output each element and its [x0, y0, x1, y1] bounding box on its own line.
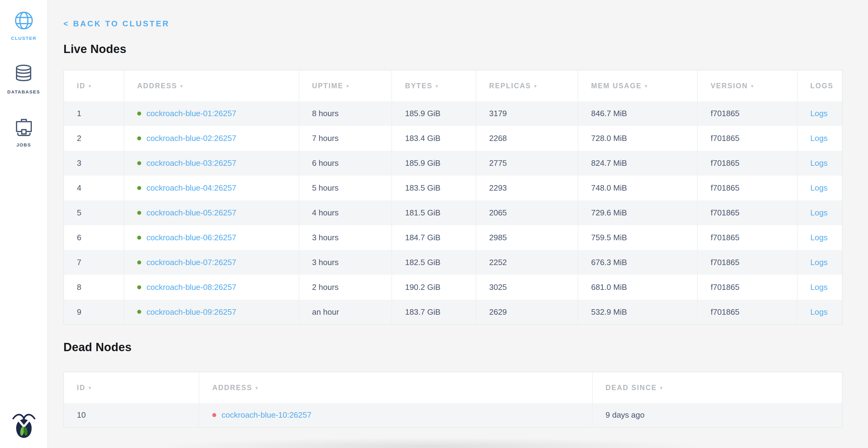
cell-address: cockroach-blue-05:26257 — [124, 201, 299, 225]
sidebar-item-label: DATABASES — [7, 89, 40, 94]
column-header-id[interactable]: ID▾ — [64, 372, 199, 403]
cell-mem-usage: 532.9 MiB — [578, 300, 698, 325]
cell-mem-usage: 846.7 MiB — [578, 101, 698, 126]
cell-id: 7 — [64, 250, 124, 275]
table-header-row: ID▾ADDRESS▾UPTIME▾BYTES▾REPLICAS▾MEM USA… — [64, 70, 842, 101]
cell-uptime: 3 hours — [299, 250, 392, 275]
cell-mem-usage: 728.0 MiB — [578, 126, 698, 151]
cell-uptime: 3 hours — [299, 225, 392, 250]
cell-version: f701865 — [698, 101, 797, 126]
column-label: ID — [77, 82, 86, 90]
cell-address: cockroach-blue-07:26257 — [124, 250, 299, 275]
cell-version: f701865 — [698, 176, 797, 201]
logs-link[interactable]: Logs — [810, 158, 828, 168]
cell-logs: Logs — [797, 176, 842, 201]
briefcase-icon — [14, 118, 33, 138]
cell-bytes: 184.7 GiB — [392, 225, 476, 250]
sidebar-item-cluster[interactable]: CLUSTER — [11, 11, 36, 41]
cell-mem-usage: 748.0 MiB — [578, 176, 698, 201]
sort-arrow-icon: ▾ — [180, 83, 183, 89]
column-header-address[interactable]: ADDRESS▾ — [124, 70, 299, 101]
node-address-link[interactable]: cockroach-blue-05:26257 — [146, 208, 236, 217]
column-header-replicas[interactable]: REPLICAS▾ — [476, 70, 578, 101]
node-address-link[interactable]: cockroach-blue-06:26257 — [146, 233, 236, 242]
logs-link[interactable]: Logs — [810, 258, 828, 267]
sort-arrow-icon: ▾ — [660, 385, 662, 390]
cell-id: 9 — [64, 300, 124, 325]
sidebar-item-label: CLUSTER — [11, 35, 36, 41]
column-header-logs: LOGS — [797, 70, 842, 101]
table-row: 6cockroach-blue-06:262573 hours184.7 GiB… — [64, 225, 842, 250]
cell-version: f701865 — [698, 250, 797, 275]
cell-replicas: 2985 — [476, 225, 578, 250]
node-address-link[interactable]: cockroach-blue-01:26257 — [146, 109, 236, 118]
node-address-link[interactable]: cockroach-blue-08:26257 — [146, 282, 236, 292]
cell-bytes: 183.4 GiB — [392, 126, 476, 151]
cell-address: cockroach-blue-06:26257 — [124, 225, 299, 250]
logs-link[interactable]: Logs — [810, 307, 828, 317]
cell-id: 1 — [64, 101, 124, 126]
node-status-dot — [137, 236, 141, 240]
column-header-uptime[interactable]: UPTIME▾ — [299, 70, 392, 101]
node-address-link[interactable]: cockroach-blue-03:26257 — [146, 158, 236, 168]
cell-bytes: 190.2 GiB — [392, 275, 476, 300]
table-row: 10cockroach-blue-10:262579 days ago — [64, 403, 842, 427]
cell-address: cockroach-blue-02:26257 — [124, 126, 299, 151]
node-address-link[interactable]: cockroach-blue-10:26257 — [221, 410, 311, 419]
cell-mem-usage: 681.0 MiB — [578, 275, 698, 300]
table-row: 2cockroach-blue-02:262577 hours183.4 GiB… — [64, 126, 842, 151]
cell-logs: Logs — [797, 250, 842, 275]
column-header-id[interactable]: ID▾ — [64, 70, 124, 101]
cell-id: 3 — [64, 151, 124, 176]
cell-version: f701865 — [698, 126, 797, 151]
cell-address: cockroach-blue-09:26257 — [124, 300, 299, 325]
dead-nodes-table: ID▾ADDRESS▾DEAD SINCE▾ 10cockroach-blue-… — [63, 372, 843, 428]
cell-bytes: 185.9 GiB — [392, 101, 476, 126]
table-row: 5cockroach-blue-05:262574 hours181.5 GiB… — [64, 201, 842, 225]
node-address-link[interactable]: cockroach-blue-09:26257 — [146, 307, 236, 317]
logs-link[interactable]: Logs — [810, 183, 828, 192]
cell-replicas: 2065 — [476, 201, 578, 225]
cell-bytes: 183.5 GiB — [392, 176, 476, 201]
cell-uptime: 6 hours — [299, 151, 392, 176]
node-address-link[interactable]: cockroach-blue-02:26257 — [146, 133, 236, 143]
cell-id: 8 — [64, 275, 124, 300]
column-header-bytes[interactable]: BYTES▾ — [392, 70, 476, 101]
cell-mem-usage: 729.6 MiB — [578, 201, 698, 225]
sort-arrow-icon: ▾ — [534, 83, 537, 89]
logs-link[interactable]: Logs — [810, 133, 828, 143]
main-content: < BACK TO CLUSTER Live Nodes ID▾ADDRESS▾… — [49, 0, 868, 448]
node-status-dot — [137, 285, 141, 289]
cell-uptime: 8 hours — [299, 101, 392, 126]
table-header-row: ID▾ADDRESS▾DEAD SINCE▾ — [64, 372, 842, 403]
node-address-link[interactable]: cockroach-blue-07:26257 — [146, 258, 236, 267]
node-address-link[interactable]: cockroach-blue-04:26257 — [146, 183, 236, 192]
table-row: 8cockroach-blue-08:262572 hours190.2 GiB… — [64, 275, 842, 300]
logs-link[interactable]: Logs — [810, 282, 828, 292]
cell-address: cockroach-blue-04:26257 — [124, 176, 299, 201]
logs-link[interactable]: Logs — [810, 109, 828, 118]
sidebar-item-jobs[interactable]: JOBS — [14, 118, 33, 147]
cell-logs: Logs — [797, 126, 842, 151]
column-header-dead-since[interactable]: DEAD SINCE▾ — [592, 372, 842, 403]
cell-replicas: 2268 — [476, 126, 578, 151]
node-status-dot — [137, 310, 141, 314]
cell-id: 6 — [64, 225, 124, 250]
column-header-mem-usage[interactable]: MEM USAGE▾ — [578, 70, 698, 101]
column-label: ADDRESS — [212, 384, 252, 392]
column-header-address[interactable]: ADDRESS▾ — [199, 372, 592, 403]
cell-address: cockroach-blue-10:26257 — [199, 403, 592, 427]
logs-link[interactable]: Logs — [810, 233, 828, 242]
table-row: 1cockroach-blue-01:262578 hours185.9 GiB… — [64, 101, 842, 126]
column-header-version[interactable]: VERSION▾ — [698, 70, 797, 101]
table-row: 9cockroach-blue-09:26257an hour183.7 GiB… — [64, 300, 842, 325]
cell-id: 2 — [64, 126, 124, 151]
logs-link[interactable]: Logs — [810, 208, 828, 217]
node-status-dot — [137, 211, 141, 215]
back-to-cluster-link[interactable]: < BACK TO CLUSTER — [63, 19, 170, 29]
cell-mem-usage: 759.5 MiB — [578, 225, 698, 250]
sort-arrow-icon: ▾ — [89, 83, 91, 89]
live-nodes-title: Live Nodes — [63, 42, 843, 56]
sort-arrow-icon: ▾ — [645, 83, 647, 89]
sidebar-item-databases[interactable]: DATABASES — [7, 64, 40, 94]
